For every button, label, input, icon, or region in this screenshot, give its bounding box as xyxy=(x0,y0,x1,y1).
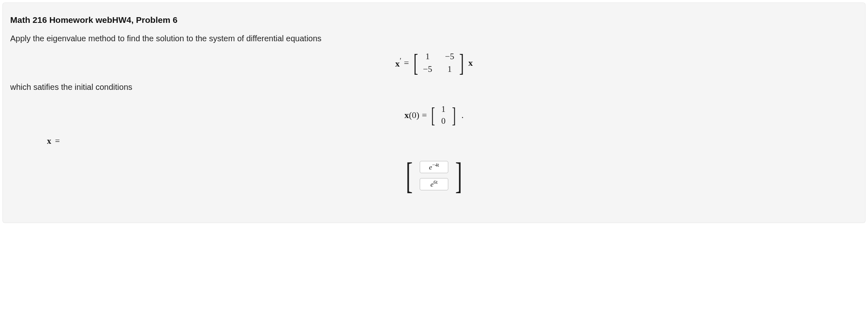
answer-label-var: x xyxy=(47,136,51,146)
answer2-base: e xyxy=(430,181,434,188)
vector-r2: 0 xyxy=(438,116,449,126)
problem-card: Math 216 Homework webHW4, Problem 6 Appl… xyxy=(2,2,866,223)
equation-initial: x(0) = [ 1 0 ] . xyxy=(10,103,858,127)
answer-label-eq: = xyxy=(55,136,60,146)
intro-text: Apply the eigenvalue method to find the … xyxy=(10,34,858,43)
eq1-prime: ′ xyxy=(400,56,401,65)
eq2-lhs-var: x xyxy=(405,110,409,120)
problem-title: Math 216 Homework webHW4, Problem 6 xyxy=(10,15,858,25)
bracket-left-icon: [ xyxy=(406,159,413,193)
matrix-a11: 1 xyxy=(422,51,433,62)
answer-input-1[interactable]: e−4t xyxy=(420,161,448,173)
answer2-exp: 6t xyxy=(434,179,438,185)
matrix-a22: 1 xyxy=(444,64,455,74)
eq2-period: . xyxy=(461,110,463,120)
bracket-right-icon: ] xyxy=(459,54,464,73)
eq1-matrix: [ 1 −5 −5 1 ] xyxy=(412,51,466,75)
bracket-left-icon: [ xyxy=(431,107,435,123)
eq2-vector: [ 1 0 ] xyxy=(430,103,458,127)
matrix-a12: −5 xyxy=(444,51,455,62)
bracket-left-icon: [ xyxy=(413,54,418,73)
eq2-equals: = xyxy=(422,110,427,120)
equation-system: x′ = [ 1 −5 −5 1 ] x xyxy=(10,51,858,75)
vector-r1: 1 xyxy=(438,104,449,114)
bracket-right-icon: ] xyxy=(452,107,456,123)
bracket-right-icon: ] xyxy=(455,159,462,193)
answer-input-2[interactable]: e6t xyxy=(420,178,448,190)
answer1-exp: −4t xyxy=(432,162,439,168)
between-text: which satifies the initial conditions xyxy=(10,83,858,92)
answer-label: x = xyxy=(47,136,858,146)
eq2-lhs-arg: (0) xyxy=(409,110,420,120)
eq1-lhs-var: x xyxy=(395,59,400,69)
eq1-equals: = xyxy=(404,58,409,68)
answer-vector-block: [ e−4t e6t ] xyxy=(10,158,858,194)
matrix-a21: −5 xyxy=(422,64,433,74)
eq1-rhs-var: x xyxy=(468,58,473,68)
